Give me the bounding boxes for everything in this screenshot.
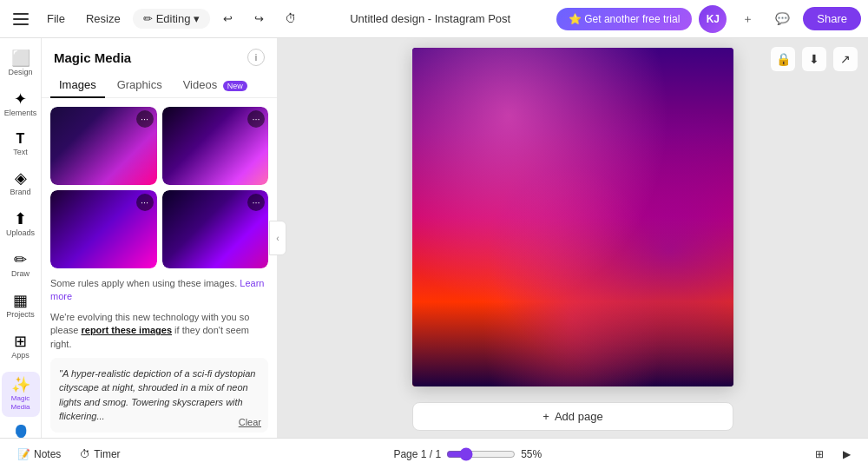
editing-button[interactable]: ✏ Editing ▾ [133,9,211,29]
grid-icon: ⊞ [815,448,824,460]
tab-videos-label: Videos [183,78,218,91]
add-page-label: Add page [555,410,603,423]
tab-images-label: Images [59,78,96,91]
editing-chevron-icon: ▾ [194,12,200,25]
bottom-center: Page 1 / 1 55% [393,447,542,461]
sidebar-item-elements[interactable]: ✦ Elements [2,86,40,123]
sidebar-item-text[interactable]: T Text [2,127,40,162]
design-label: Design [8,68,32,77]
tab-graphics-label: Graphics [117,78,162,91]
design-icon: ⬜ [11,50,30,66]
panel-title: Magic Media [54,50,131,65]
undo-button[interactable]: ↩ [214,5,241,33]
editing-pencil-icon: ✏ [143,12,153,25]
notes-button[interactable]: 📝 Notes [10,445,68,464]
report-link[interactable]: report these images [81,325,172,335]
icon-sidebar: ⬜ Design ✦ Elements T Text ◈ Brand ⬆ Upl… [0,38,42,438]
plus-icon: ＋ [742,11,753,27]
canvas-top-icons: 🔒 ⬇ ↗ [771,47,858,71]
sidebar-item-projects[interactable]: ▦ Projects [2,287,40,325]
sidebar-item-design[interactable]: ⬜ Design [2,45,40,83]
plus-button[interactable]: ＋ [733,5,761,33]
file-button[interactable]: File [38,9,74,29]
share-button[interactable]: Share [803,7,861,30]
avatar-button[interactable]: KJ [699,5,727,33]
topbar-center: Untitled design - Instagram Post [307,12,552,25]
timer-top-icon: ⏱ [285,12,296,25]
zoom-percent: 55% [521,448,542,460]
elements-icon: ✦ [14,91,27,107]
svg-rect-2 [13,23,29,25]
canvas-share-button[interactable]: ↗ [833,47,858,71]
text-icon: T [16,132,25,146]
resize-label: Resize [86,12,121,25]
images-grid: ··· ··· ··· ··· [50,107,268,268]
canvas-lock-button[interactable]: 🔒 [771,47,795,71]
add-page-button[interactable]: + Add page [412,402,733,431]
clear-button[interactable]: Clear [239,417,261,427]
add-page-plus-icon: + [542,410,549,423]
panel-info-button[interactable]: i [247,49,265,66]
grid-view-button[interactable]: ⊞ [808,445,831,464]
thumb-more-button-3[interactable]: ··· [136,194,154,211]
svg-rect-0 [13,13,29,15]
sidebar-item-brand[interactable]: ◈ Brand [2,165,40,202]
image-thumb-3[interactable]: ··· [50,190,157,268]
timer-label: Timer [94,448,120,460]
magic-media-panel: Magic Media i Images Graphics Videos New [42,38,278,438]
trial-star-icon: ⭐ [569,13,584,25]
main-area: ⬜ Design ✦ Elements T Text ◈ Brand ⬆ Upl… [0,38,868,438]
topbar-left: File Resize ✏ Editing ▾ ↩ ↪ ⏱ [7,5,304,33]
uploads-label: Uploads [6,228,35,238]
timer-button[interactable]: ⏱ Timer [73,445,127,464]
present-button[interactable]: ▶ [836,445,858,464]
collapse-panel-button[interactable]: ‹ [269,221,286,255]
sidebar-item-apps[interactable]: ⊞ Apps [2,328,40,366]
lock-icon: 🔒 [776,52,791,66]
canvas-download-button[interactable]: ⬇ [802,47,826,71]
canvas-image[interactable] [412,48,733,386]
comment-icon: 💬 [775,12,790,25]
extra-icon: 👤 [11,426,30,438]
bottom-right: ⊞ ▶ [808,445,858,464]
tab-videos[interactable]: Videos New [174,73,256,98]
bottom-bar: 📝 Notes ⏱ Timer Page 1 / 1 55% ⊞ ▶ [0,438,868,469]
notes-label: Notes [34,448,61,460]
image-thumb-4[interactable]: ··· [162,190,269,268]
thumb-more-button-4[interactable]: ··· [247,194,265,211]
notes-icon: 📝 [17,448,30,460]
comment-button[interactable]: 💬 [768,5,796,33]
menu-button[interactable] [7,5,35,33]
page-info: Page 1 / 1 [393,448,441,460]
timer-icon-button[interactable]: ⏱ [276,5,304,33]
zoom-slider[interactable] [446,447,516,461]
brand-icon: ◈ [15,170,27,186]
image-thumb-2[interactable]: ··· [162,107,269,185]
magic-media-icon: ✨ [11,377,30,393]
get-trial-button[interactable]: ⭐ Get another free trial [556,8,692,30]
panel-header: Magic Media i [42,38,277,73]
draw-icon: ✏ [14,252,27,268]
thumb-more-button-2[interactable]: ··· [247,110,265,128]
tab-graphics[interactable]: Graphics [108,73,171,98]
topbar: File Resize ✏ Editing ▾ ↩ ↪ ⏱ Untitled d… [0,0,868,38]
resize-button[interactable]: Resize [77,9,129,29]
draw-label: Draw [11,269,30,279]
canvas-center [278,38,868,395]
sidebar-item-uploads[interactable]: ⬆ Uploads [2,206,40,243]
rules-text: Some rules apply when using these images… [50,277,268,304]
tab-images[interactable]: Images [50,73,105,98]
sidebar-item-magic-media[interactable]: ✨ MagicMedia [2,372,40,416]
redo-button[interactable]: ↪ [245,5,273,33]
sidebar-item-draw[interactable]: ✏ Draw [2,247,40,284]
bottom-left: 📝 Notes ⏱ Timer [10,445,128,464]
prompt-text: "A hyper-realistic depiction of a sci-fi… [59,368,255,422]
undo-icon: ↩ [223,12,233,25]
sidebar-item-extra[interactable]: 👤 [2,420,40,438]
image-thumb-1[interactable]: ··· [50,107,157,185]
canvas-area: 🔒 ⬇ ↗ + Add page [278,38,868,438]
magic-media-label: MagicMedia [11,394,30,411]
thumb-more-button-1[interactable]: ··· [136,110,154,128]
projects-label: Projects [6,310,35,320]
info-icon: i [255,52,257,63]
